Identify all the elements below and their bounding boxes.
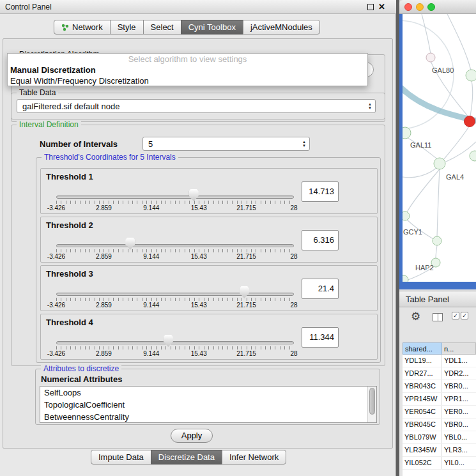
cell[interactable]: YIL0... bbox=[442, 457, 476, 469]
tab-label: Discretize Data bbox=[158, 452, 215, 462]
apply-button[interactable]: Apply bbox=[171, 429, 213, 443]
cell[interactable]: YLR345W bbox=[403, 444, 442, 456]
attribute-item[interactable]: BetweennessCentrality bbox=[40, 411, 376, 423]
network-node[interactable] bbox=[403, 211, 410, 220]
attribute-item[interactable]: TopologicalCoefficient bbox=[40, 399, 376, 411]
table-row[interactable]: YBR045CYBR0... bbox=[403, 418, 476, 431]
cell[interactable]: YBR043C bbox=[403, 380, 442, 392]
scale-label: 15.43 bbox=[191, 350, 207, 357]
tab-infer-network[interactable]: Infer Network bbox=[222, 450, 286, 464]
threshold-4-slider[interactable]: -3.426 2.859 9.144 15.43 21.715 28 bbox=[56, 341, 294, 344]
scale-label: -3.426 bbox=[47, 204, 65, 211]
table-row[interactable]: YDL19...YDL1... bbox=[403, 355, 476, 367]
table-row[interactable]: YPR145WYPR1... bbox=[403, 393, 476, 406]
control-panel-titlebar[interactable]: Control Panel ✕ bbox=[0, 0, 396, 14]
network-view-window: GAL80 GAL11 GAL4 GCY1 HAP2 bbox=[399, 0, 476, 289]
threshold-1-slider[interactable]: -3.426 2.859 9.144 15.43 21.715 28 bbox=[56, 196, 294, 199]
popup-option-equal-width[interactable]: Equal Width/Frequency Discretization bbox=[8, 75, 367, 86]
checkbox-icon[interactable]: ✓ bbox=[452, 312, 459, 319]
table-data-combobox[interactable]: galFiltered.sif default node ▲▼ bbox=[17, 99, 376, 113]
cell[interactable]: YDL19... bbox=[403, 355, 442, 367]
network-node[interactable] bbox=[434, 158, 445, 169]
slider-thumb[interactable] bbox=[125, 238, 135, 250]
threshold-4-value[interactable]: 11.344 bbox=[302, 327, 339, 348]
tab-cyni-toolbox[interactable]: Cyni Toolbox bbox=[181, 20, 243, 35]
threshold-1-panel: Threshold 1 -3.426 2.859 9.144 15.43 21.… bbox=[40, 168, 378, 214]
network-node[interactable] bbox=[403, 127, 411, 139]
network-node-label: HAP2 bbox=[415, 264, 434, 272]
threshold-1-label: Threshold 1 bbox=[46, 172, 93, 181]
column-header-shared-name[interactable]: shared... bbox=[403, 342, 442, 355]
table-panel-title: Table Panel bbox=[406, 291, 449, 307]
threshold-2-value[interactable]: 6.316 bbox=[302, 230, 339, 250]
table-row[interactable]: YIL052CYIL0... bbox=[403, 457, 476, 470]
scrollbar-thumb[interactable] bbox=[369, 388, 375, 415]
threshold-3-slider[interactable]: -3.426 2.859 9.144 15.43 21.715 28 bbox=[56, 293, 294, 296]
slider-track[interactable] bbox=[56, 341, 294, 344]
attribute-item[interactable]: SelfLoops bbox=[40, 387, 376, 399]
tab-style[interactable]: Style bbox=[110, 20, 144, 35]
attributes-scrollbar[interactable] bbox=[367, 387, 376, 422]
close-traffic-light[interactable] bbox=[404, 3, 412, 11]
gear-icon[interactable]: ⚙ bbox=[411, 311, 420, 322]
tab-discretize-data[interactable]: Discretize Data bbox=[151, 450, 222, 464]
cell[interactable]: YER054C bbox=[403, 406, 442, 418]
network-node[interactable] bbox=[403, 275, 408, 282]
slider-track[interactable] bbox=[56, 244, 294, 247]
slider-thumb[interactable] bbox=[189, 189, 199, 201]
slider-thumb[interactable] bbox=[164, 335, 173, 347]
cell[interactable]: YDR2... bbox=[442, 367, 476, 380]
close-icon[interactable]: ✕ bbox=[378, 1, 385, 13]
tab-impute-data[interactable]: Impute Data bbox=[91, 450, 151, 464]
network-canvas[interactable]: GAL80 GAL11 GAL4 GCY1 HAP2 bbox=[403, 14, 476, 282]
cell[interactable]: YPR145W bbox=[403, 393, 442, 405]
popup-option-manual-discretization[interactable]: Manual Discretization bbox=[8, 65, 367, 75]
scale-label: 2.859 bbox=[96, 204, 112, 211]
threshold-3-value[interactable]: 21.4 bbox=[302, 279, 339, 299]
table-row[interactable]: YBL079WYBL0... bbox=[403, 431, 476, 444]
network-node[interactable] bbox=[466, 70, 476, 81]
number-of-intervals-combobox[interactable]: 5 ▲▼ bbox=[142, 137, 310, 151]
cell[interactable]: YER0... bbox=[442, 406, 476, 418]
cell[interactable]: YBL0... bbox=[442, 431, 476, 443]
table-panel-header[interactable]: Table Panel bbox=[399, 291, 476, 307]
restore-icon[interactable] bbox=[367, 4, 374, 10]
table-row[interactable]: YDR27...YDR2... bbox=[403, 367, 476, 380]
network-node[interactable] bbox=[426, 53, 435, 62]
numerical-attributes-label: Numerical Attributes bbox=[41, 374, 122, 384]
slider-scale: -3.426 2.859 9.144 15.43 21.715 28 bbox=[56, 253, 294, 261]
network-node[interactable] bbox=[433, 236, 441, 245]
cell[interactable]: YDL1... bbox=[442, 355, 476, 367]
columns-icon[interactable] bbox=[433, 313, 443, 321]
threshold-2-slider[interactable]: -3.426 2.859 9.144 15.43 21.715 28 bbox=[56, 244, 294, 247]
scale-label: 15.43 bbox=[191, 204, 207, 211]
network-node[interactable] bbox=[470, 151, 476, 161]
cell[interactable]: YBR0... bbox=[442, 380, 476, 392]
window-title: Control Panel bbox=[5, 0, 52, 14]
cell[interactable]: YBR045C bbox=[403, 418, 442, 431]
network-window-titlebar[interactable] bbox=[399, 0, 476, 14]
table-row[interactable]: YER054CYER0... bbox=[403, 406, 476, 418]
table-row[interactable]: YBR043CYBR0... bbox=[403, 380, 476, 393]
minimize-traffic-light[interactable] bbox=[416, 3, 424, 11]
slider-track[interactable] bbox=[56, 196, 294, 199]
tab-select[interactable]: Select bbox=[143, 20, 181, 35]
cell[interactable]: YLR3... bbox=[442, 444, 476, 456]
table-row[interactable]: YLR345WYLR3... bbox=[403, 444, 476, 457]
tab-jactivemodules[interactable]: jActiveMNodules bbox=[243, 20, 320, 35]
network-node-label: GAL11 bbox=[410, 141, 431, 149]
cell[interactable]: YIL052C bbox=[403, 457, 442, 469]
checkbox-icon[interactable]: ✓ bbox=[461, 312, 468, 319]
slider-track[interactable] bbox=[56, 293, 294, 296]
cell[interactable]: YDR27... bbox=[403, 367, 442, 380]
zoom-traffic-light[interactable] bbox=[427, 3, 435, 11]
column-header-name[interactable]: n... bbox=[442, 342, 476, 355]
tab-network[interactable]: Network bbox=[54, 20, 111, 35]
slider-thumb[interactable] bbox=[240, 286, 249, 298]
slider-scale: -3.426 2.859 9.144 15.43 21.715 28 bbox=[56, 204, 294, 212]
cell[interactable]: YPR1... bbox=[442, 393, 476, 405]
cell[interactable]: YBL079W bbox=[403, 431, 442, 443]
cell[interactable]: YBR0... bbox=[442, 418, 476, 431]
network-node-selected-red[interactable] bbox=[464, 116, 475, 127]
threshold-1-value[interactable]: 14.713 bbox=[302, 181, 339, 202]
